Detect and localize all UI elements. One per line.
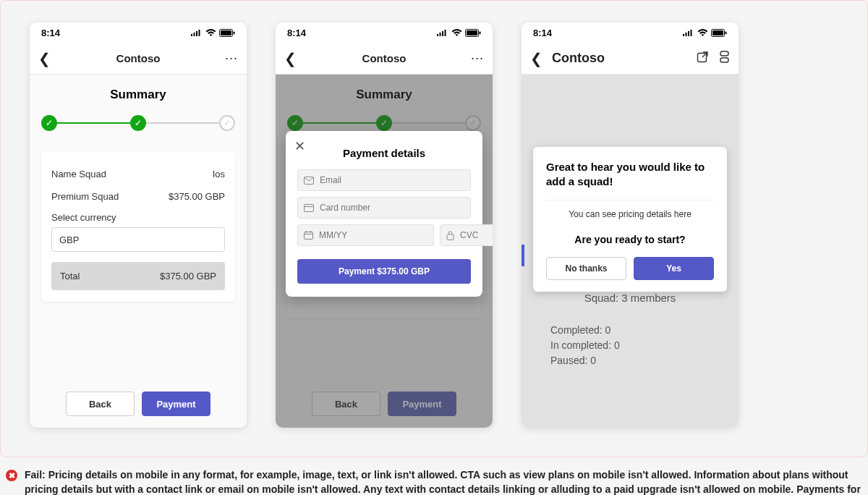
back-icon[interactable]: ❮ [284, 51, 302, 66]
svg-rect-2 [196, 31, 197, 36]
svg-rect-31 [720, 58, 728, 62]
close-icon[interactable]: ✕ [294, 138, 305, 154]
signal-icon [191, 29, 203, 36]
email-input[interactable] [320, 175, 464, 185]
more-icon[interactable]: ··· [467, 51, 484, 66]
svg-rect-15 [305, 204, 314, 211]
step-3-pending: ✓ [219, 115, 235, 131]
svg-rect-28 [726, 31, 727, 34]
paused-line: Paused: 0 [550, 353, 739, 368]
svg-rect-21 [447, 234, 454, 240]
wifi-icon [451, 29, 462, 37]
cvc-input[interactable] [460, 230, 493, 240]
squad-members-text: Squad: 3 members [522, 292, 739, 304]
wifi-icon [205, 29, 216, 37]
calendar-icon [304, 231, 313, 240]
battery-icon [465, 29, 481, 37]
battery-icon [711, 29, 727, 37]
status-time: 8:14 [533, 28, 552, 38]
window-stack-icon[interactable] [719, 51, 730, 66]
status-bar: 8:14 [522, 22, 739, 43]
app-header: ❮ Contoso [522, 43, 739, 75]
status-icons [191, 29, 235, 37]
battery-icon [219, 29, 235, 37]
yes-button[interactable]: Yes [634, 257, 714, 280]
fail-text: Fail: Pricing details on mobile in any f… [25, 468, 862, 495]
expiry-field[interactable] [297, 224, 434, 246]
row-label: Name Squad [51, 169, 106, 179]
modal-title: Great to hear you would like to add a sq… [546, 160, 714, 190]
pay-submit-button[interactable]: Payment $375.00 GBP [297, 259, 471, 284]
row-premium-squad: Premium Squad $375.00 GBP [51, 185, 225, 208]
row-name-squad: Name Squad Ios [51, 163, 225, 185]
screenshot-container: 8:14 ❮ Contoso ··· Summary ✓ ✓ ✓ [0, 0, 868, 457]
svg-rect-0 [191, 34, 192, 36]
screen-title: Summary [41, 88, 235, 102]
signal-icon [683, 29, 694, 36]
status-time: 8:14 [41, 28, 60, 38]
currency-input[interactable] [51, 227, 225, 252]
fail-icon: ✖ [6, 470, 17, 481]
lock-icon [446, 231, 454, 240]
svg-rect-10 [445, 30, 446, 36]
signal-icon [437, 29, 448, 36]
svg-rect-5 [221, 30, 231, 35]
total-value: $375.00 GBP [160, 271, 216, 282]
expiry-input[interactable] [319, 230, 427, 240]
screen-body: Squad: 3 members Completed: 0 In complet… [522, 75, 739, 428]
status-bar: 8:14 [30, 22, 247, 43]
cvc-field[interactable] [440, 224, 493, 246]
blue-accent-strip [522, 245, 524, 266]
open-external-icon[interactable] [697, 51, 709, 66]
svg-rect-25 [691, 30, 692, 36]
app-header: ❮ Contoso ··· [30, 43, 247, 75]
row-label: Premium Squad [51, 191, 119, 202]
payment-button[interactable]: Payment [142, 392, 210, 416]
modal-button-row: No thanks Yes [546, 257, 714, 280]
currency-label: Select currency [51, 212, 225, 223]
status-icons [437, 29, 481, 37]
svg-rect-30 [720, 51, 728, 56]
completed-line: Completed: 0 [550, 323, 739, 338]
status-bar: 8:14 [276, 22, 493, 43]
svg-rect-12 [467, 30, 477, 35]
phone-mockup-3: 8:14 ❮ Contoso Squad: 3 members Complete… [522, 22, 739, 428]
incompleted-line: In completed: 0 [550, 338, 739, 353]
total-label: Total [60, 271, 80, 282]
summary-card: Name Squad Ios Premium Squad $375.00 GBP… [41, 151, 235, 302]
svg-rect-13 [480, 31, 481, 34]
phone-mockup-2: 8:14 ❮ Contoso ··· Summary ✓ ✓ ✓ [276, 22, 493, 428]
svg-rect-8 [440, 33, 441, 36]
card-icon [304, 204, 314, 212]
status-icons [683, 29, 727, 37]
svg-rect-23 [686, 33, 687, 36]
no-thanks-button[interactable]: No thanks [546, 257, 626, 280]
back-button[interactable]: Back [66, 392, 135, 416]
app-title: Contoso [302, 52, 467, 64]
svg-rect-1 [194, 33, 195, 36]
more-icon[interactable]: ··· [221, 51, 238, 66]
button-row: Back Payment [41, 377, 235, 416]
svg-rect-9 [442, 31, 443, 36]
email-field[interactable] [297, 169, 471, 191]
row-value: $375.00 GBP [169, 191, 225, 202]
progress-stepper: ✓ ✓ ✓ [41, 115, 235, 131]
back-icon[interactable]: ❮ [38, 51, 56, 66]
step-line-1 [57, 122, 130, 124]
app-header: ❮ Contoso ··· [276, 43, 493, 75]
pricing-link-text[interactable]: You can see pricing details here [546, 200, 714, 228]
svg-rect-22 [683, 34, 684, 36]
svg-rect-3 [199, 30, 200, 36]
svg-rect-24 [688, 31, 689, 36]
total-row: Total $375.00 GBP [51, 262, 225, 290]
svg-rect-7 [437, 34, 438, 36]
card-input[interactable] [320, 203, 464, 213]
back-icon[interactable]: ❮ [530, 51, 548, 66]
status-time: 8:14 [287, 28, 306, 38]
card-number-field[interactable] [297, 197, 471, 219]
app-title: Contoso [56, 52, 221, 64]
row-value: Ios [213, 169, 225, 179]
svg-rect-27 [712, 30, 723, 35]
step-1-done: ✓ [41, 115, 57, 131]
svg-rect-6 [234, 31, 235, 34]
